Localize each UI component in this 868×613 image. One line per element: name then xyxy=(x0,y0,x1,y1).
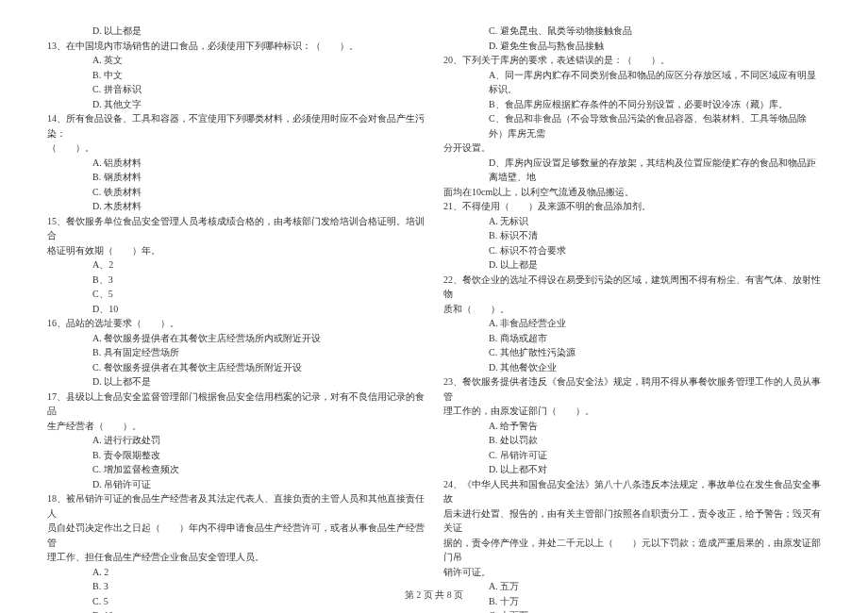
q22-opt-a: A. 非食品经营企业 xyxy=(443,316,821,331)
left-column: D. 以上都是 13、在中国境内市场销售的进口食品，必须使用下列哪种标识：（ ）… xyxy=(47,24,425,571)
q21-opt-a: A. 无标识 xyxy=(443,214,821,229)
q16-opt-b: B. 具有固定经营场所 xyxy=(47,345,425,360)
q22-opt-b: B. 商场或超市 xyxy=(443,331,821,346)
q15-text: 15、餐饮服务单位食品安全管理人员考核成绩合格的，由考核部门发给培训合格证明。培… xyxy=(47,214,425,243)
q13-opt-a: A. 英文 xyxy=(47,53,425,68)
q13-opt-b: B. 中文 xyxy=(47,68,425,83)
q14-opt-c: C. 铁质材料 xyxy=(47,185,425,200)
q18-opt-a: A. 2 xyxy=(47,565,425,580)
q15-cont: 格证明有效期（ ）年。 xyxy=(47,243,425,258)
q17-text: 17、县级以上食品安全监督管理部门根据食品安全信用档案的记录，对有不良信用记录的… xyxy=(47,389,425,419)
q17-opt-d: D. 吊销许可证 xyxy=(47,477,425,492)
q20-opt-c: C、食品和非食品（不会导致食品污染的食品容器、包装材料、工具等物品除外）库房无需 xyxy=(443,111,821,141)
q22-cont: 质和（ ）。 xyxy=(443,302,821,317)
q23-opt-b: B. 处以罚款 xyxy=(443,433,821,448)
q15-opt-c: C、5 xyxy=(47,287,425,302)
q24-cont2: 据的，责令停产停业，并处二千元以上（ ）元以下罚款；造成严重后果的，由原发证部门… xyxy=(443,536,821,565)
q22-opt-c: C. 其他扩散性污染源 xyxy=(443,345,821,360)
q23-opt-c: C. 吊销许可证 xyxy=(443,448,821,463)
q12-opt-d: D. 以上都是 xyxy=(47,24,425,39)
q20-opt-d: D、库房内应设置足够数量的存放架，其结构及位置应能使贮存的食品和物品距离墙壁、地 xyxy=(443,156,821,185)
q20-opt-b: B、食品库房应根据贮存条件的不同分别设置，必要时设冷冻（藏）库。 xyxy=(443,97,821,112)
q22-text: 22、餐饮企业的选址不得设在易受到污染的区域，建筑周围不得有粉尘、有害气体、放射… xyxy=(443,273,821,302)
q18-cont2: 理工作、担任食品生产经营企业食品安全管理人员。 xyxy=(47,550,425,565)
q15-opt-a: A、2 xyxy=(47,257,425,273)
q16-opt-d: D. 以上都不是 xyxy=(47,374,425,389)
q24-cont: 后未进行处置、报告的，由有关主管部门按照各自职责分工，责令改正，给予警告；毁灭有… xyxy=(443,506,821,536)
q22-opt-d: D. 其他餐饮企业 xyxy=(443,360,821,375)
q17-cont: 生产经营者（ ）。 xyxy=(47,419,425,434)
q24-opt-c: C. 十五万 xyxy=(443,608,821,613)
q23-cont: 理工作的，由原发证部门（ ）。 xyxy=(443,404,821,419)
q13-opt-c: C. 拼音标识 xyxy=(47,82,425,97)
q19-opt-c: C. 避免昆虫、鼠类等动物接触食品 xyxy=(443,24,821,39)
page-footer: 第 2 页 共 8 页 xyxy=(0,588,868,602)
q14-opt-d: D. 木质材料 xyxy=(47,199,425,214)
q20-text: 20、下列关于库房的要求，表述错误的是：（ ）。 xyxy=(443,53,821,68)
q21-opt-c: C. 标识不符合要求 xyxy=(443,243,821,258)
q23-opt-d: D. 以上都不对 xyxy=(443,462,821,477)
q23-opt-a: A. 给予警告 xyxy=(443,419,821,434)
q16-opt-c: C. 餐饮服务提供者在其餐饮主店经营场所附近开设 xyxy=(47,360,425,375)
q16-text: 16、品站的选址要求（ ）。 xyxy=(47,316,425,331)
q21-opt-d: D. 以上都是 xyxy=(443,257,821,273)
q14-opt-b: B. 钢质材料 xyxy=(47,170,425,185)
q24-cont3: 销许可证。 xyxy=(443,565,821,580)
q18-opt-d: D. 10 xyxy=(47,608,425,613)
q16-opt-a: A. 餐饮服务提供者在其餐饮主店经营场所内或附近开设 xyxy=(47,331,425,346)
q14-cont: （ ）。 xyxy=(47,141,425,156)
q14-opt-a: A. 铝质材料 xyxy=(47,156,425,171)
q13-text: 13、在中国境内市场销售的进口食品，必须使用下列哪种标识：（ ）。 xyxy=(47,39,425,54)
right-column: C. 避免昆虫、鼠类等动物接触食品 D. 避免生食品与熟食品接触 20、下列关于… xyxy=(443,24,821,571)
q15-opt-d: D、10 xyxy=(47,302,425,317)
q17-opt-a: A. 进行行政处罚 xyxy=(47,433,425,448)
q23-text: 23、餐饮服务提供者违反《食品安全法》规定，聘用不得从事餐饮服务管理工作的人员从… xyxy=(443,374,821,404)
q17-opt-b: B. 责令限期整改 xyxy=(47,448,425,463)
q13-opt-d: D. 其他文字 xyxy=(47,97,425,112)
q14-text: 14、所有食品设备、工具和容器，不宜使用下列哪类材料，必须使用时应不会对食品产生… xyxy=(47,111,425,141)
q15-opt-b: B、3 xyxy=(47,273,425,288)
q21-text: 21、不得使用（ ）及来源不明的食品添加剂。 xyxy=(443,199,821,214)
page-columns: D. 以上都是 13、在中国境内市场销售的进口食品，必须使用下列哪种标识：（ ）… xyxy=(47,24,821,571)
q18-cont: 员自处罚决定作出之日起（ ）年内不得申请食品生产经营许可，或者从事食品生产经营管 xyxy=(47,521,425,550)
q20-opt-d-cont: 面均在10cm以上，以利空气流通及物品搬运。 xyxy=(443,185,821,200)
q18-text: 18、被吊销许可证的食品生产经营者及其法定代表人、直接负责的主管人员和其他直接责… xyxy=(47,491,425,521)
q24-text: 24、《中华人民共和国食品安全法》第八十八条违反本法规定，事故单位在发生食品安全… xyxy=(443,477,821,506)
q19-opt-d: D. 避免生食品与熟食品接触 xyxy=(443,39,821,54)
q21-opt-b: B. 标识不清 xyxy=(443,228,821,243)
q20-opt-a: A、同一库房内贮存不同类别食品和物品的应区分存放区域，不同区域应有明显标识。 xyxy=(443,68,821,97)
q17-opt-c: C. 增加监督检查频次 xyxy=(47,462,425,477)
q20-opt-c-cont: 分开设置。 xyxy=(443,141,821,156)
